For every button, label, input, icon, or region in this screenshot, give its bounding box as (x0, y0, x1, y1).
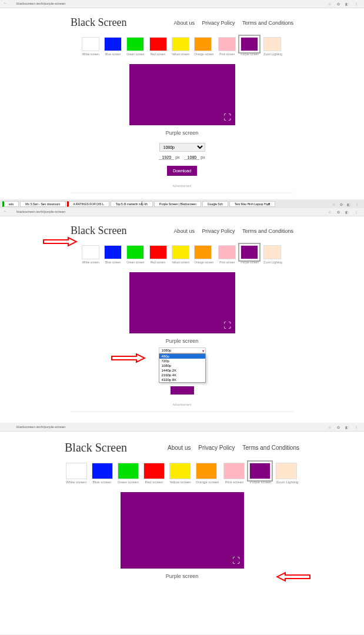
swatch-purple[interactable]: Purple screen (249, 463, 271, 484)
swatch-green[interactable]: Green screen (118, 463, 139, 484)
nav-terms[interactable]: Terms and Conditions (242, 228, 293, 234)
nav-terms[interactable]: Terms and Conditions (242, 444, 299, 451)
swatch-purple[interactable]: Purple screen (241, 37, 259, 56)
swatch-orange[interactable]: Orange screen (194, 37, 213, 56)
resolution-options-list[interactable]: 480p720p1080p1440p 2K2160p 4K4320p 8K (159, 353, 206, 383)
nav-about[interactable]: About us (173, 20, 195, 26)
swatch-red[interactable]: Red screen (149, 37, 167, 56)
browser-tab[interactable]: Top 5 đi mariachi nổy kh (111, 201, 153, 207)
swatch-white[interactable]: White screen (82, 245, 99, 264)
swatch-color-yellow[interactable] (172, 245, 189, 259)
swatch-blue[interactable]: Blue screen (104, 37, 122, 56)
swatch-purple[interactable]: Purple screen (241, 245, 259, 264)
swatch-color-white[interactable] (66, 463, 87, 479)
swatch-color-purple[interactable] (249, 463, 271, 479)
nav-privacy[interactable]: Privacy Policy (198, 444, 235, 451)
browser-tab[interactable]: A RATINGS FOR DIS L (67, 201, 109, 207)
swatch-color-pink[interactable] (218, 245, 236, 259)
resolution-option[interactable]: 480p (159, 354, 205, 359)
browser-tab[interactable]: Google Sch (202, 201, 228, 207)
download-button-behind[interactable] (171, 386, 194, 395)
swatch-orange[interactable]: Orange screen (194, 245, 213, 264)
swatch-color-green[interactable] (118, 463, 139, 479)
resolution-option[interactable]: 4320p 8K (159, 377, 205, 382)
address-bar[interactable]: blackscreen.tech/purple-screen (16, 210, 65, 213)
swatch-color-yellow[interactable] (172, 37, 189, 51)
swatch-yellow[interactable]: Yellow screen (172, 245, 190, 264)
browser-tab[interactable]: Purple Screen | Blackscreen (154, 201, 201, 207)
swatch-color-zoom[interactable] (276, 463, 297, 479)
browser-action-icons[interactable]: ☆ ✿ ◧ ⋮ (328, 210, 360, 214)
swatch-color-blue[interactable] (104, 37, 122, 51)
site-logo[interactable]: Black Screen (65, 441, 127, 454)
nav-back-icon[interactable]: ← (4, 209, 7, 213)
address-bar[interactable]: blackscreen.tech/purple-screen (16, 425, 65, 429)
swatch-color-purple[interactable] (241, 37, 258, 51)
swatch-red[interactable]: Red screen (143, 463, 165, 484)
swatch-blue[interactable]: Blue screen (104, 245, 122, 264)
swatch-zoom[interactable]: Zoom Lighting (263, 245, 282, 264)
swatch-color-purple[interactable] (241, 245, 258, 259)
resolution-selected[interactable]: 1080p (159, 347, 206, 353)
swatch-color-green[interactable] (126, 37, 144, 51)
swatch-color-orange[interactable] (194, 245, 212, 259)
browser-tab[interactable]: edu (2, 201, 19, 207)
swatch-color-white[interactable] (82, 37, 99, 51)
swatch-color-yellow[interactable] (169, 463, 191, 479)
resolution-select[interactable]: 1080p (159, 143, 205, 152)
swatch-zoom[interactable]: Zoom Lighting (263, 37, 282, 56)
fullscreen-icon[interactable]: ⛶ (232, 557, 241, 565)
browser-action-icons[interactable]: ☆ ✿ ◧ ⋮ (332, 202, 360, 206)
swatch-orange[interactable]: Orange screen (196, 463, 219, 484)
swatch-color-white[interactable] (82, 245, 99, 259)
fullscreen-icon[interactable]: ⛶ (223, 113, 232, 122)
swatch-red[interactable]: Red screen (149, 245, 167, 264)
resolution-option[interactable]: 1080p (159, 363, 205, 368)
swatch-zoom[interactable]: Zoom Lighting (276, 463, 298, 484)
swatch-pink[interactable]: Pink screen (218, 245, 236, 264)
site-logo[interactable]: Black Screen (71, 225, 126, 237)
resolution-select-open[interactable]: 1080p 480p720p1080p1440p 2K2160p 4K4320p… (159, 347, 206, 353)
swatch-white[interactable]: White screen (82, 37, 99, 56)
nav-privacy[interactable]: Privacy Policy (202, 228, 235, 234)
swatch-pink[interactable]: Pink screen (223, 463, 245, 484)
resolution-option[interactable]: 2160p 4K (159, 373, 205, 377)
nav-terms[interactable]: Terms and Conditions (242, 20, 293, 26)
swatch-green[interactable]: Green screen (126, 37, 144, 56)
swatch-yellow[interactable]: Yellow screen (169, 463, 191, 484)
height-input[interactable] (184, 155, 199, 160)
browser-tab[interactable]: Ms S Sen - Sen classroom (20, 201, 65, 207)
browser-action-icons[interactable]: ☆ ✿ ◧ ⋮ (328, 425, 360, 429)
nav-privacy[interactable]: Privacy Policy (202, 20, 235, 26)
browser-action-icons[interactable]: ☆ ✿ ◧ ⋮ (328, 2, 360, 6)
swatch-color-orange[interactable] (196, 463, 217, 479)
swatch-color-pink[interactable] (218, 37, 236, 51)
swatch-color-red[interactable] (149, 245, 167, 259)
resolution-option[interactable]: 1440p 2K (159, 368, 205, 373)
swatch-blue[interactable]: Blue screen (92, 463, 113, 484)
swatch-white[interactable]: White screen (66, 463, 87, 484)
swatch-color-zoom[interactable] (263, 37, 281, 51)
site-nav: About us Privacy Policy Terms and Condit… (168, 228, 293, 234)
swatch-color-green[interactable] (126, 245, 144, 259)
swatch-color-blue[interactable] (92, 463, 113, 479)
browser-tab[interactable]: Test Mau Hinh Laptop Hướ (229, 201, 275, 207)
nav-about[interactable]: About us (168, 444, 191, 451)
swatch-color-red[interactable] (143, 463, 165, 479)
fullscreen-icon[interactable]: ⛶ (223, 322, 232, 330)
swatch-color-orange[interactable] (194, 37, 212, 51)
swatch-pink[interactable]: Pink screen (218, 37, 236, 56)
swatch-color-zoom[interactable] (263, 245, 281, 259)
swatch-green[interactable]: Green screen (126, 245, 144, 264)
download-button[interactable]: Download (167, 166, 197, 176)
site-logo[interactable]: Black Screen (71, 16, 126, 29)
nav-about[interactable]: About us (173, 228, 195, 234)
swatch-color-blue[interactable] (104, 245, 122, 259)
swatch-yellow[interactable]: Yellow screen (172, 37, 190, 56)
width-input[interactable] (159, 155, 174, 160)
address-bar[interactable]: blackscreen.tech/purple-screen (16, 2, 65, 5)
swatch-color-red[interactable] (149, 37, 167, 51)
nav-back-icon[interactable]: ← (4, 1, 7, 5)
resolution-option[interactable]: 720p (159, 359, 205, 363)
swatch-color-pink[interactable] (223, 463, 245, 479)
